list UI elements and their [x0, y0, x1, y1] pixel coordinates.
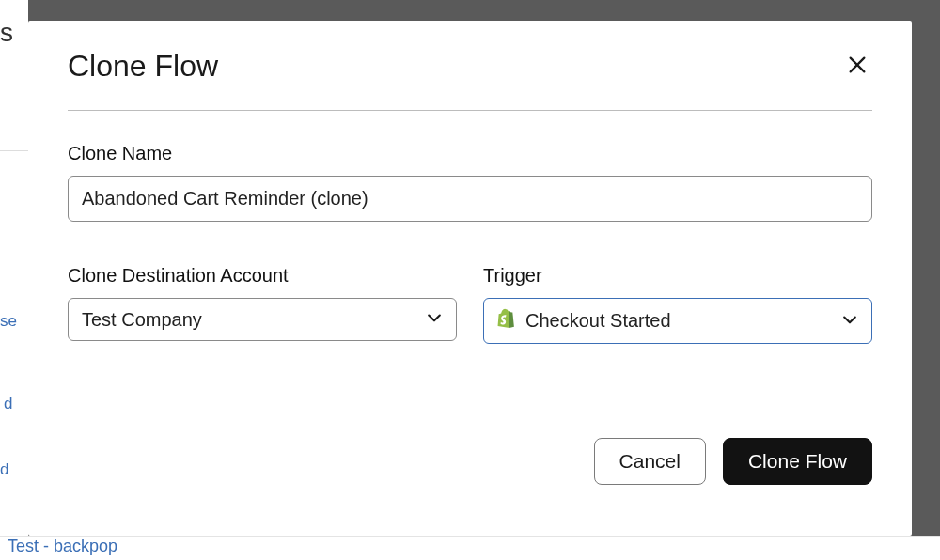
- clone-name-field: Clone Name: [68, 143, 872, 222]
- bg-link-fragment: d: [0, 460, 8, 479]
- trigger-label: Trigger: [483, 265, 872, 287]
- bg-link-fragment: se: [0, 312, 17, 331]
- fields-row: Clone Destination Account Test Company T…: [68, 265, 872, 344]
- destination-select[interactable]: Test Company: [68, 298, 457, 341]
- modal-title: Clone Flow: [68, 49, 218, 84]
- bg-bottom-text: Test - backpop: [8, 537, 118, 555]
- bg-partial-title: vs: [0, 18, 13, 48]
- trigger-select[interactable]: Checkout Started: [483, 298, 872, 344]
- bg-divider: [0, 150, 28, 169]
- cancel-button[interactable]: Cancel: [594, 438, 706, 485]
- trigger-value: Checkout Started: [525, 310, 671, 332]
- clone-name-label: Clone Name: [68, 143, 872, 164]
- clone-flow-modal: Clone Flow Clone Name Clone Destination …: [28, 21, 912, 536]
- close-button[interactable]: [842, 52, 872, 82]
- background-bottom-link: Test - backpop: [0, 536, 940, 560]
- modal-header: Clone Flow: [68, 49, 872, 111]
- clone-name-input[interactable]: [68, 176, 872, 222]
- bg-link-fragment: d: [4, 395, 12, 413]
- destination-label: Clone Destination Account: [68, 265, 457, 287]
- destination-field: Clone Destination Account Test Company: [68, 265, 457, 344]
- destination-value: Test Company: [82, 309, 202, 331]
- trigger-field: Trigger Checkout Started: [483, 265, 872, 344]
- shopify-icon: [497, 308, 516, 334]
- background-page-left: vs se d d: [0, 0, 28, 560]
- close-icon: [847, 54, 868, 78]
- clone-flow-button[interactable]: Clone Flow: [723, 438, 872, 485]
- modal-footer: Cancel Clone Flow: [68, 438, 872, 485]
